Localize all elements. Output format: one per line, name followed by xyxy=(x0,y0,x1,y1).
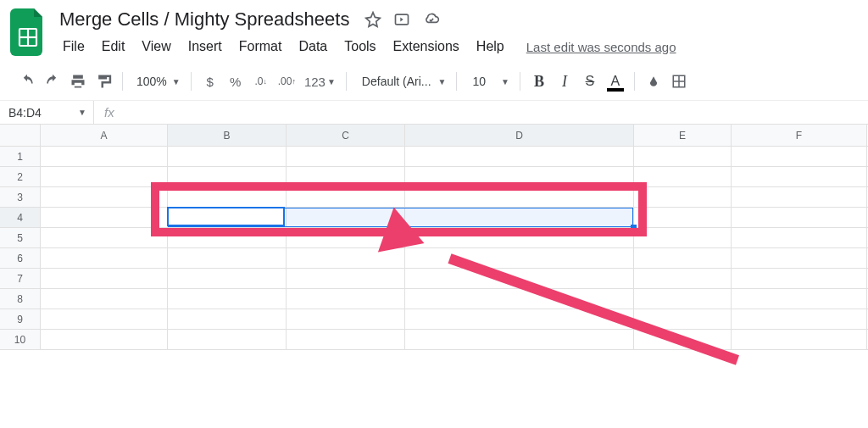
cell-C7[interactable] xyxy=(287,269,405,288)
text-color-button[interactable]: A xyxy=(604,69,627,93)
cell-B3[interactable] xyxy=(168,187,287,207)
star-icon[interactable] xyxy=(364,11,381,28)
cell-B4[interactable] xyxy=(168,208,287,227)
currency-button[interactable]: $ xyxy=(198,69,222,93)
cell-B7[interactable] xyxy=(168,269,287,288)
cell-C3[interactable] xyxy=(287,187,405,207)
borders-button[interactable] xyxy=(667,69,691,93)
cell-F9[interactable] xyxy=(732,309,867,329)
doc-title[interactable]: Merge Cells / Mighty Spreadsheets xyxy=(56,7,353,32)
cell-F10[interactable] xyxy=(732,330,867,349)
row-header-10[interactable]: 10 xyxy=(0,330,41,349)
cell-F1[interactable] xyxy=(732,147,867,166)
menu-help[interactable]: Help xyxy=(470,36,511,58)
cell-D5[interactable] xyxy=(405,228,634,247)
spreadsheet-grid[interactable]: ABCDEF 12345678910 xyxy=(0,125,868,350)
cell-D6[interactable] xyxy=(405,248,634,268)
cell-A8[interactable] xyxy=(41,289,168,308)
row-header-5[interactable]: 5 xyxy=(0,228,41,247)
cell-E9[interactable] xyxy=(634,309,732,329)
cell-B6[interactable] xyxy=(168,248,287,268)
row-header-4[interactable]: 4 xyxy=(0,208,41,227)
cell-B5[interactable] xyxy=(168,228,287,247)
cloud-status-icon[interactable] xyxy=(422,11,441,28)
menu-edit[interactable]: Edit xyxy=(95,36,132,58)
formula-bar[interactable]: fx xyxy=(93,101,868,124)
cell-E10[interactable] xyxy=(634,330,732,349)
cell-A3[interactable] xyxy=(41,187,168,207)
cell-E5[interactable] xyxy=(634,228,732,247)
column-header-E[interactable]: E xyxy=(634,125,732,146)
menu-file[interactable]: File xyxy=(56,36,92,58)
cell-D8[interactable] xyxy=(405,289,634,308)
increase-decimal-button[interactable]: .00↑ xyxy=(275,69,299,93)
cell-E4[interactable] xyxy=(634,208,732,227)
fill-color-button[interactable] xyxy=(642,69,665,93)
redo-button[interactable] xyxy=(41,69,64,93)
cell-C10[interactable] xyxy=(287,330,405,349)
menu-view[interactable]: View xyxy=(135,36,177,58)
cell-D3[interactable] xyxy=(405,187,634,207)
cell-C6[interactable] xyxy=(287,248,405,268)
cell-D4[interactable] xyxy=(405,208,634,227)
select-all-corner[interactable] xyxy=(0,125,41,146)
font-dropdown[interactable]: Default (Ari...▼ xyxy=(353,69,450,93)
cell-E1[interactable] xyxy=(634,147,732,166)
menu-extensions[interactable]: Extensions xyxy=(387,36,466,58)
cell-C8[interactable] xyxy=(287,289,405,308)
cell-C9[interactable] xyxy=(287,309,405,329)
cell-F5[interactable] xyxy=(732,228,867,247)
cell-D7[interactable] xyxy=(405,269,634,288)
cell-F2[interactable] xyxy=(732,167,867,186)
cell-B8[interactable] xyxy=(168,289,287,308)
row-header-1[interactable]: 1 xyxy=(0,147,41,166)
cell-B1[interactable] xyxy=(168,147,287,166)
cell-D2[interactable] xyxy=(405,167,634,186)
cell-A4[interactable] xyxy=(41,208,168,227)
italic-button[interactable]: I xyxy=(553,69,576,93)
row-header-3[interactable]: 3 xyxy=(0,187,41,207)
row-header-8[interactable]: 8 xyxy=(0,289,41,308)
decrease-decimal-button[interactable]: .0↓ xyxy=(249,69,273,93)
cell-A9[interactable] xyxy=(41,309,168,329)
cell-E2[interactable] xyxy=(634,167,732,186)
cell-A7[interactable] xyxy=(41,269,168,288)
column-header-C[interactable]: C xyxy=(287,125,405,146)
cell-F3[interactable] xyxy=(732,187,867,207)
cell-C5[interactable] xyxy=(287,228,405,247)
cell-A2[interactable] xyxy=(41,167,168,186)
print-button[interactable] xyxy=(66,69,90,93)
cell-F6[interactable] xyxy=(732,248,867,268)
row-header-7[interactable]: 7 xyxy=(0,269,41,288)
paint-format-button[interactable] xyxy=(92,69,115,93)
cell-B10[interactable] xyxy=(168,330,287,349)
cell-C2[interactable] xyxy=(287,167,405,186)
cell-C1[interactable] xyxy=(287,147,405,166)
cell-A10[interactable] xyxy=(41,330,168,349)
sheets-logo[interactable] xyxy=(10,8,46,56)
percent-button[interactable]: % xyxy=(224,69,248,93)
row-header-6[interactable]: 6 xyxy=(0,248,41,268)
font-size-dropdown[interactable]: 10▼ xyxy=(464,69,512,93)
cell-E3[interactable] xyxy=(634,187,732,207)
cell-F8[interactable] xyxy=(732,289,867,308)
cell-F7[interactable] xyxy=(732,269,867,288)
column-header-A[interactable]: A xyxy=(41,125,168,146)
cell-A6[interactable] xyxy=(41,248,168,268)
bold-button[interactable]: B xyxy=(527,69,551,93)
menu-tools[interactable]: Tools xyxy=(337,36,382,58)
cell-B2[interactable] xyxy=(168,167,287,186)
strikethrough-button[interactable]: S xyxy=(578,69,602,93)
move-icon[interactable] xyxy=(393,11,410,28)
menu-insert[interactable]: Insert xyxy=(181,36,229,58)
name-box[interactable]: B4:D4 ▼ xyxy=(0,101,93,124)
cell-C4[interactable] xyxy=(287,208,405,227)
column-header-B[interactable]: B xyxy=(168,125,287,146)
cell-F4[interactable] xyxy=(732,208,867,227)
last-edit-link[interactable]: Last edit was seconds ago xyxy=(526,40,676,54)
cell-A5[interactable] xyxy=(41,228,168,247)
row-header-2[interactable]: 2 xyxy=(0,167,41,186)
cell-B9[interactable] xyxy=(168,309,287,329)
zoom-dropdown[interactable]: 100%▼ xyxy=(130,69,184,93)
column-header-F[interactable]: F xyxy=(732,125,867,146)
